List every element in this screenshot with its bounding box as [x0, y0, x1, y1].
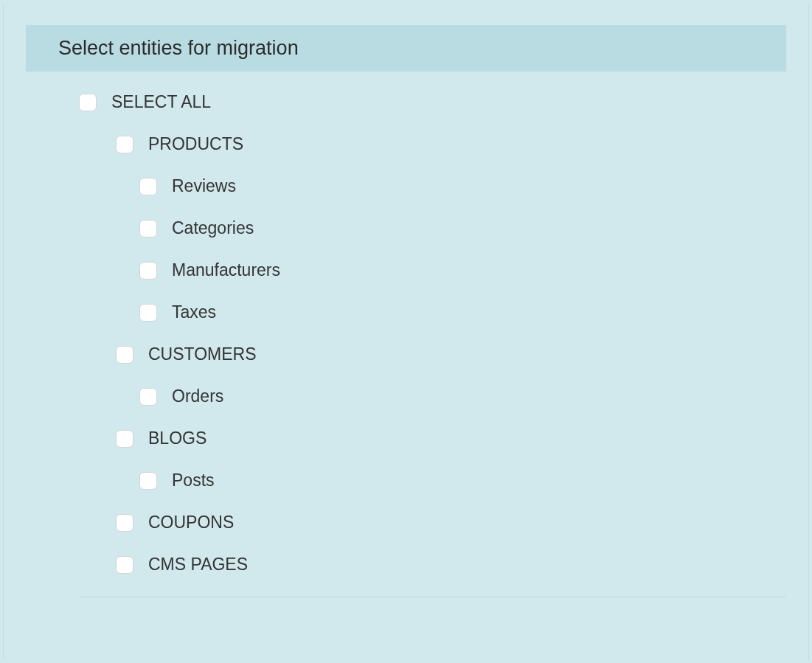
group-row-customers: CUSTOMERS	[79, 344, 786, 364]
select-all-checkbox[interactable]	[79, 94, 97, 111]
migration-entities-panel: Select entities for migration SELECT ALL…	[3, 3, 809, 660]
categories-checkbox[interactable]	[139, 220, 157, 237]
select-all-row: SELECT ALL	[79, 92, 786, 112]
child-row-manufacturers: Manufacturers	[79, 260, 786, 280]
bottom-divider	[79, 597, 786, 597]
select-all-label[interactable]: SELECT ALL	[111, 92, 211, 112]
posts-label[interactable]: Posts	[172, 471, 215, 490]
group-row-blogs: BLOGS	[79, 428, 786, 448]
orders-label[interactable]: Orders	[172, 386, 223, 406]
child-row-reviews: Reviews	[79, 176, 786, 196]
manufacturers-checkbox[interactable]	[139, 262, 157, 280]
group-row-products: PRODUCTS	[79, 134, 786, 154]
cms-pages-checkbox[interactable]	[116, 556, 133, 574]
child-row-posts: Posts	[79, 471, 786, 490]
reviews-label[interactable]: Reviews	[172, 176, 236, 196]
blogs-checkbox[interactable]	[116, 430, 133, 448]
customers-label[interactable]: CUSTOMERS	[148, 344, 257, 364]
posts-checkbox[interactable]	[139, 472, 157, 490]
child-row-taxes: Taxes	[79, 302, 786, 322]
group-row-cms-pages: CMS PAGES	[79, 555, 786, 575]
panel-title: Select entities for migration	[58, 37, 754, 60]
manufacturers-label[interactable]: Manufacturers	[172, 260, 280, 280]
reviews-checkbox[interactable]	[139, 178, 157, 195]
entity-list: SELECT ALL PRODUCTS Reviews Categories M…	[26, 92, 786, 597]
categories-label[interactable]: Categories	[172, 218, 254, 238]
taxes-checkbox[interactable]	[139, 304, 157, 322]
child-row-categories: Categories	[79, 218, 786, 238]
cms-pages-label[interactable]: CMS PAGES	[148, 555, 248, 575]
coupons-checkbox[interactable]	[116, 514, 133, 532]
child-row-orders: Orders	[79, 386, 786, 406]
group-row-coupons: COUPONS	[79, 513, 786, 532]
products-label[interactable]: PRODUCTS	[148, 134, 243, 154]
panel-header: Select entities for migration	[26, 25, 786, 72]
products-checkbox[interactable]	[116, 136, 133, 153]
blogs-label[interactable]: BLOGS	[148, 428, 207, 448]
coupons-label[interactable]: COUPONS	[148, 513, 234, 532]
orders-checkbox[interactable]	[139, 388, 157, 406]
customers-checkbox[interactable]	[116, 346, 133, 364]
taxes-label[interactable]: Taxes	[172, 302, 216, 322]
